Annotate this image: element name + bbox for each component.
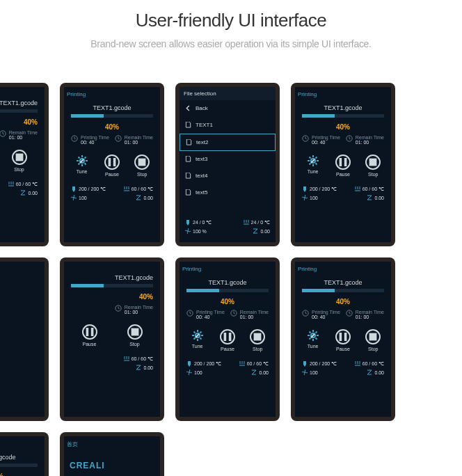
pause-button[interactable]: Pause	[329, 329, 356, 351]
file-item[interactable]: text5	[180, 184, 276, 201]
status-row: 200 / 200 ℃60 / 60 ℃ 1000.00	[295, 357, 391, 382]
pause-icon	[221, 331, 234, 343]
clock-icon	[115, 135, 122, 142]
progress-bar	[302, 114, 384, 118]
filename: TEXT1.gcode	[64, 104, 160, 111]
action-row: Tune Pause Stop	[295, 149, 391, 182]
gear-icon	[307, 329, 319, 342]
filename: TEXT1.gcode	[295, 279, 391, 286]
fan-icon	[185, 228, 191, 234]
phone-frame: 首页 CREALI 打印 控制 24 / 0 ℃ 100 %	[0, 257, 49, 421]
stop-button[interactable]: Stop	[360, 329, 387, 351]
stop-icon	[129, 326, 141, 338]
nozzle-icon	[302, 361, 308, 367]
clock-icon	[186, 310, 193, 317]
time-row: xx Remain Time01: 00	[64, 301, 160, 319]
file-icon	[185, 173, 191, 179]
pause-button[interactable]: Pause	[329, 154, 356, 177]
progress-bar	[0, 109, 38, 113]
pause-button[interactable]: Pause	[98, 154, 125, 177]
screen-title: 首页	[64, 436, 160, 451]
stop-icon	[13, 151, 26, 164]
pause-button[interactable]: Pause	[68, 324, 111, 347]
printing-screen: TEXT1.gcode 40% xx Remain Time01: 00 Pau…	[64, 262, 160, 417]
progress-bar	[0, 463, 38, 467]
time-row: Printing Time00: 40 Remain Time01: 00	[295, 131, 391, 149]
screen-title: 首页	[0, 262, 45, 276]
file-item[interactable]: text2	[180, 134, 276, 151]
z-icon	[136, 365, 141, 370]
file-selection-screen: File selection Back TEXT1 text2 text3 te…	[180, 87, 276, 242]
z-icon	[20, 190, 26, 196]
page-title: User-friendly UI interface	[0, 10, 462, 31]
clock-icon	[302, 310, 309, 317]
file-item[interactable]: TEXT1	[180, 117, 276, 134]
action-row: Tune Pause Stop	[295, 324, 391, 357]
page-header: User-friendly UI interface Brand-new scr…	[0, 0, 462, 55]
phone-frame: Printing TEXT1.gcode 40% Printing Time00…	[0, 432, 49, 476]
stop-button[interactable]: Stop	[129, 154, 156, 177]
bed-icon	[124, 187, 129, 192]
status-row: 200 / 200 ℃60 / 60 ℃ 1000.00	[295, 182, 391, 207]
screenshot-grid: TEXT1.gcode 40% xx Remain Time01: 00 Pau…	[0, 55, 462, 476]
stop-icon	[367, 156, 379, 168]
progress-bar	[71, 114, 153, 118]
bed-icon	[355, 187, 360, 192]
progress-pct: 40%	[295, 123, 391, 131]
progress-pct: 40%	[295, 298, 391, 306]
tune-button[interactable]: Tune	[299, 154, 326, 177]
z-icon	[367, 370, 372, 375]
screen-title: Printing	[64, 87, 160, 100]
action-row: Pause Stop	[0, 144, 45, 177]
clock-icon	[71, 135, 78, 142]
clock-icon	[0, 130, 6, 137]
tune-button[interactable]: Tune	[299, 329, 326, 351]
screen-title: Printing	[0, 436, 45, 450]
stop-icon	[136, 156, 148, 168]
progress-bar	[302, 289, 384, 292]
filename: TEXT1.gcode	[0, 454, 45, 461]
phone-frame: TEXT1.gcode 40% xx Remain Time01: 00 Pau…	[0, 83, 49, 246]
fan-icon	[302, 195, 308, 200]
home-screen: 首页 CREALI 打印 控制 24 / 0 ℃ 100 %	[64, 436, 160, 476]
fan-icon	[186, 370, 192, 375]
nozzle-icon	[186, 361, 192, 367]
file-item[interactable]: text3	[180, 151, 276, 168]
printing-screen: Printing TEXT1.gcode 40% Printing Time00…	[64, 87, 160, 242]
clock-icon	[115, 305, 122, 312]
tune-button[interactable]: Tune	[68, 154, 95, 177]
fan-icon	[302, 370, 308, 375]
bed-icon	[124, 356, 129, 362]
stop-button[interactable]: Stop	[0, 150, 40, 172]
clock-icon	[302, 135, 309, 142]
bed-icon	[355, 361, 360, 367]
printing-screen: Printing TEXT1.gcode 40% Printing Time00…	[0, 436, 45, 476]
phone-frame: 首页 CREALI 打印 控制 24 / 0 ℃ 100 %	[60, 432, 164, 476]
time-row: Printing Time00: 40 Remain Time01: 00	[180, 306, 276, 324]
clock-icon	[346, 310, 353, 317]
pause-button[interactable]: Pause	[214, 329, 241, 351]
z-icon	[136, 195, 141, 200]
phone-frame: Printing TEXT1.gcode 40% Printing Time00…	[175, 257, 280, 421]
status-row: x60 / 60 ℃ x0.00	[64, 352, 160, 377]
printing-screen: TEXT1.gcode 40% xx Remain Time01: 00 Pau…	[0, 87, 45, 242]
progress-pct: 40%	[64, 123, 160, 131]
file-item[interactable]: text4	[180, 168, 276, 184]
screen-title: File selection	[180, 87, 276, 100]
stop-button[interactable]: Stop	[360, 154, 387, 177]
bed-icon	[8, 182, 14, 187]
nozzle-icon	[302, 187, 308, 192]
time-row: Printing Time00: 40 Remain Time01: 00	[64, 131, 160, 149]
printing-screen: Printing TEXT1.gcode 40% Printing Time00…	[295, 87, 391, 242]
z-icon	[251, 370, 257, 375]
file-icon	[185, 156, 191, 162]
pause-icon	[106, 156, 118, 168]
stop-button[interactable]: Stop	[113, 324, 156, 347]
pause-icon	[337, 156, 349, 168]
nozzle-icon	[71, 187, 77, 192]
clock-icon	[230, 310, 237, 317]
gear-icon	[307, 154, 319, 167]
tune-button[interactable]: Tune	[184, 329, 211, 351]
back-button[interactable]: Back	[180, 100, 276, 117]
stop-button[interactable]: Stop	[244, 329, 271, 351]
